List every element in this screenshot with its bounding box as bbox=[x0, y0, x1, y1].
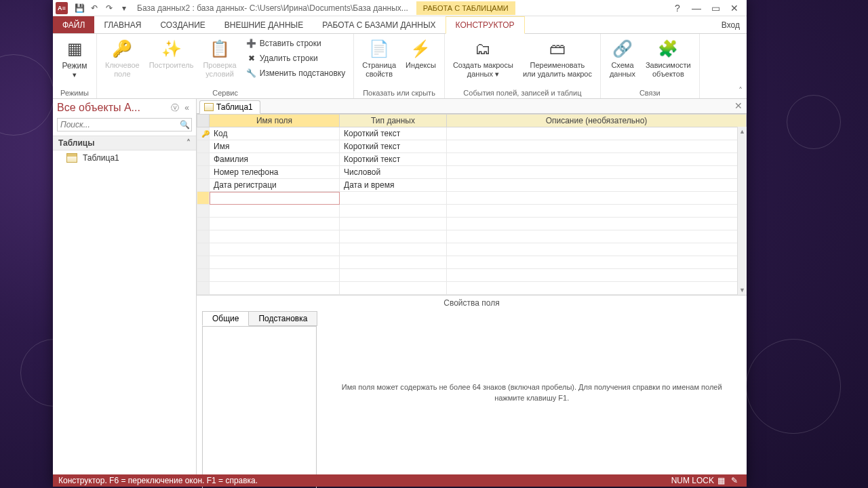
vertical-scrollbar[interactable]: ▲ ▼ bbox=[737, 127, 747, 295]
search-icon[interactable]: 🔍 bbox=[178, 119, 191, 131]
qat-customize-icon[interactable]: ▾ bbox=[117, 1, 132, 16]
row-selector[interactable] bbox=[197, 140, 210, 153]
description-cell[interactable] bbox=[447, 179, 747, 192]
builder-button[interactable]: ✨ Построитель bbox=[146, 37, 197, 71]
tab-create[interactable]: СОЗДАНИЕ bbox=[151, 16, 214, 33]
signin-link[interactable]: Вход bbox=[715, 16, 747, 33]
undo-icon[interactable]: ↶ bbox=[87, 1, 102, 16]
document-tab-table1[interactable]: Таблица1 bbox=[199, 100, 260, 114]
field-name-cell[interactable] bbox=[210, 218, 340, 230]
data-type-cell[interactable] bbox=[340, 218, 447, 230]
nav-title[interactable]: Все объекты A... bbox=[57, 102, 168, 114]
data-type-cell[interactable] bbox=[340, 269, 447, 282]
row-selector-header[interactable] bbox=[197, 115, 210, 127]
collapse-ribbon-icon[interactable]: ˄ bbox=[738, 86, 743, 96]
view-datasheet-icon[interactable]: ▦ bbox=[714, 476, 728, 485]
data-type-cell[interactable] bbox=[340, 243, 447, 256]
description-cell[interactable] bbox=[447, 166, 747, 179]
col-data-type[interactable]: Тип данных bbox=[340, 115, 447, 127]
tab-external-data[interactable]: ВНЕШНИЕ ДАННЫЕ bbox=[215, 16, 313, 33]
field-name-cell[interactable] bbox=[210, 192, 340, 205]
description-cell[interactable] bbox=[447, 192, 747, 205]
description-cell[interactable] bbox=[447, 230, 747, 243]
description-cell[interactable] bbox=[447, 218, 747, 230]
object-deps-button[interactable]: 🧩 Зависимости объектов bbox=[643, 37, 694, 80]
scroll-down-icon[interactable]: ▼ bbox=[738, 285, 747, 295]
view-button[interactable]: ▦ Режим▾ bbox=[58, 37, 91, 81]
field-name-cell[interactable] bbox=[210, 269, 340, 282]
description-cell[interactable] bbox=[447, 256, 747, 269]
redo-icon[interactable]: ↷ bbox=[102, 1, 117, 16]
field-name-cell[interactable] bbox=[210, 205, 340, 218]
help-icon[interactable]: ? bbox=[668, 1, 687, 16]
relationships-button[interactable]: 🔗 Схема данных bbox=[606, 37, 639, 80]
save-icon[interactable]: 💾 bbox=[72, 1, 87, 16]
nav-group-tables[interactable]: Таблицы ˄ bbox=[53, 136, 196, 150]
data-type-cell[interactable]: Дата и время bbox=[340, 179, 447, 192]
modify-lookup-button[interactable]: 🔧Изменить подстановку bbox=[243, 66, 348, 80]
row-selector[interactable] bbox=[197, 256, 210, 269]
row-selector[interactable] bbox=[197, 179, 210, 192]
row-selector[interactable] bbox=[197, 243, 210, 256]
table-design-grid[interactable]: Имя поля Тип данных Описание (необязател… bbox=[197, 114, 747, 296]
field-name-cell[interactable] bbox=[210, 282, 340, 295]
field-name-cell[interactable] bbox=[210, 230, 340, 243]
minimize-button[interactable]: — bbox=[687, 1, 706, 16]
data-type-cell[interactable]: Короткий текст bbox=[340, 127, 447, 140]
data-type-cell[interactable] bbox=[340, 256, 447, 269]
props-tab-lookup[interactable]: Подстановка bbox=[248, 311, 317, 326]
row-selector[interactable] bbox=[197, 192, 210, 205]
row-selector[interactable] bbox=[197, 205, 210, 218]
description-cell[interactable] bbox=[447, 269, 747, 282]
col-field-name[interactable]: Имя поля bbox=[210, 115, 340, 127]
description-cell[interactable] bbox=[447, 140, 747, 153]
props-grid[interactable] bbox=[202, 325, 317, 488]
field-name-cell[interactable]: Код bbox=[210, 127, 340, 140]
field-name-cell[interactable]: Дата регистраци bbox=[210, 179, 340, 192]
nav-item-table1[interactable]: Таблица1 bbox=[53, 150, 196, 165]
primary-key-button[interactable]: 🔑 Ключевое поле bbox=[102, 37, 142, 80]
row-selector[interactable] bbox=[197, 218, 210, 230]
description-cell[interactable] bbox=[447, 153, 747, 166]
close-button[interactable]: ✕ bbox=[725, 1, 744, 16]
field-name-cell[interactable]: Номер телефона bbox=[210, 166, 340, 179]
data-type-cell[interactable]: Короткий текст bbox=[340, 140, 447, 153]
tab-home[interactable]: ГЛАВНАЯ bbox=[94, 16, 151, 33]
tab-db-tools[interactable]: РАБОТА С БАЗАМИ ДАННЫХ bbox=[313, 16, 445, 33]
data-type-cell[interactable] bbox=[340, 230, 447, 243]
description-cell[interactable] bbox=[447, 127, 747, 140]
row-selector[interactable]: 🔑 bbox=[197, 127, 210, 140]
close-document-icon[interactable]: ✕ bbox=[734, 100, 743, 111]
row-selector[interactable] bbox=[197, 153, 210, 166]
field-name-cell[interactable]: Имя bbox=[210, 140, 340, 153]
field-name-cell[interactable]: Фамилия bbox=[210, 153, 340, 166]
view-design-icon[interactable]: ✎ bbox=[728, 476, 741, 485]
data-type-cell[interactable]: Короткий текст bbox=[340, 153, 447, 166]
data-type-cell[interactable]: Числовой bbox=[340, 166, 447, 179]
tab-file[interactable]: ФАЙЛ bbox=[53, 16, 94, 33]
create-macros-button[interactable]: 🗂 Создать макросы данных ▾ bbox=[450, 37, 516, 80]
scroll-up-icon[interactable]: ▲ bbox=[738, 127, 747, 136]
props-tab-general[interactable]: Общие bbox=[202, 311, 249, 326]
nav-dropdown-icon[interactable]: ⓥ bbox=[168, 102, 182, 114]
description-cell[interactable] bbox=[447, 205, 747, 218]
nav-search-input[interactable] bbox=[58, 119, 178, 131]
validation-button[interactable]: 📋 Проверка условий bbox=[200, 37, 239, 80]
row-selector[interactable] bbox=[197, 230, 210, 243]
row-selector[interactable] bbox=[197, 282, 210, 295]
field-name-cell[interactable] bbox=[210, 256, 340, 269]
indexes-button[interactable]: ⚡ Индексы bbox=[403, 37, 439, 71]
data-type-cell[interactable] bbox=[340, 205, 447, 218]
tab-design[interactable]: КОНСТРУКТОР bbox=[446, 16, 525, 34]
row-selector[interactable] bbox=[197, 269, 210, 282]
insert-rows-button[interactable]: ➕Вставить строки bbox=[243, 37, 348, 50]
row-selector[interactable] bbox=[197, 166, 210, 179]
col-description[interactable]: Описание (необязательно) bbox=[447, 115, 747, 127]
data-type-cell[interactable] bbox=[340, 282, 447, 295]
delete-rows-button[interactable]: ✖Удалить строки bbox=[243, 52, 348, 65]
property-sheet-button[interactable]: 📄 Страница свойств bbox=[359, 37, 399, 80]
field-name-cell[interactable] bbox=[210, 243, 340, 256]
description-cell[interactable] bbox=[447, 282, 747, 295]
description-cell[interactable] bbox=[447, 243, 747, 256]
nav-collapse-icon[interactable]: « bbox=[182, 103, 192, 113]
